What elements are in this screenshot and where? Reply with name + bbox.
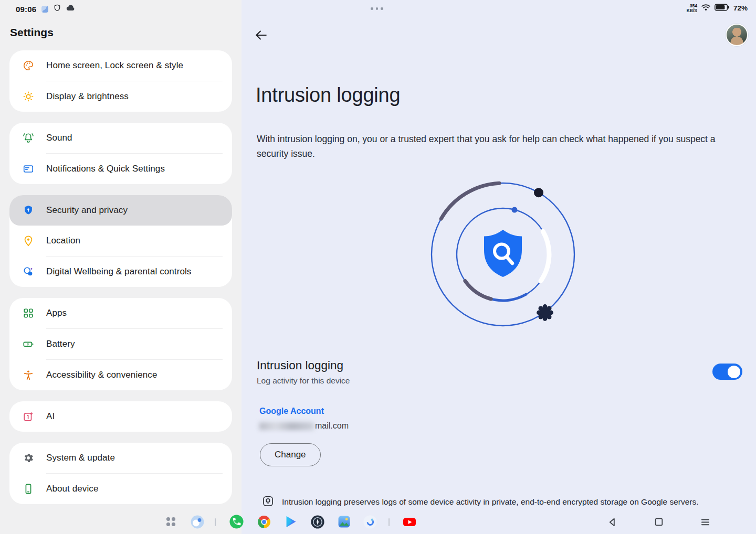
- accessibility-icon: [22, 369, 35, 381]
- sidebar-group-system: System & update About device: [9, 443, 232, 504]
- screen: 09:06 354 KB/S: [0, 0, 756, 534]
- shield-icon: [54, 4, 61, 14]
- account-avatar[interactable]: [726, 24, 748, 46]
- sidebar-item-security-privacy[interactable]: Security and privacy: [9, 195, 232, 226]
- sidebar-item-label: AI: [46, 411, 55, 422]
- sidebar-item-apps[interactable]: Apps: [9, 298, 232, 328]
- back-button[interactable]: [252, 26, 270, 44]
- youtube-icon[interactable]: [402, 515, 416, 529]
- sidebar-item-home-screen[interactable]: Home screen, Lock screen & style: [9, 50, 232, 81]
- sidebar-item-notifications[interactable]: Notifications & Quick Settings: [9, 154, 232, 184]
- play-store-icon[interactable]: [284, 515, 298, 529]
- app-drawer-icon[interactable]: [164, 515, 178, 529]
- sidebar-item-label: Battery: [46, 339, 75, 349]
- footer-note-text: Intrusion logging preserves logs of some…: [282, 495, 699, 507]
- compass-app-icon[interactable]: [310, 515, 324, 529]
- sidebar-group-sound: Sound Notifications & Quick Settings: [9, 123, 232, 184]
- sidebar-item-label: System & update: [46, 453, 115, 463]
- sidebar-group-apps: Apps Battery Accessibility & convenience: [9, 298, 232, 390]
- sidebar-item-label: Digital Wellbeing & parental controls: [46, 266, 191, 277]
- change-account-button[interactable]: Change: [260, 443, 321, 466]
- sidebar-item-accessibility[interactable]: Accessibility & convenience: [9, 360, 232, 390]
- ai-icon: [22, 410, 35, 423]
- email-visible-text: mail.com: [315, 421, 349, 431]
- encrypted-storage-icon: [262, 495, 274, 509]
- sidebar-item-label: Accessibility & convenience: [46, 370, 158, 380]
- sidebar-item-about-device[interactable]: About device: [9, 474, 232, 504]
- sidebar-item-location[interactable]: Location: [9, 226, 232, 256]
- toggle-title: Intrusion logging: [257, 359, 742, 372]
- sidebar-item-label: Apps: [46, 308, 67, 318]
- chrome-icon[interactable]: [257, 515, 271, 529]
- page-description: With intrusion logging on, you or a trus…: [257, 132, 719, 161]
- battery-percent: 72%: [733, 4, 748, 12]
- sidebar-item-label: Home screen, Lock screen & style: [46, 60, 183, 71]
- sidebar-group-personalization: Home screen, Lock screen & style Display…: [9, 50, 232, 112]
- page-title: Intrusion logging: [256, 84, 400, 106]
- status-bar: 09:06 354 KB/S: [0, 0, 756, 19]
- clock: 09:06: [16, 5, 36, 14]
- taskbar-divider: [388, 518, 390, 526]
- sidebar-item-system-update[interactable]: System & update: [9, 443, 232, 473]
- intrusion-logging-panel: Intrusion logging With intrusion logging…: [242, 0, 756, 534]
- sidebar-item-label: Security and privacy: [46, 205, 128, 216]
- sidebar-item-sound[interactable]: Sound: [9, 123, 232, 153]
- window-drag-handle[interactable]: [371, 7, 383, 10]
- sidebar-item-ai[interactable]: AI: [9, 401, 232, 432]
- sidebar-title: Settings: [10, 26, 54, 39]
- taskbar: [0, 510, 756, 534]
- toggle-subtitle: Log activity for this device: [257, 376, 742, 386]
- battery-icon: [22, 338, 35, 350]
- sidebar-item-label: About device: [46, 484, 99, 494]
- palette-icon: [22, 59, 35, 72]
- sidebar-group-ai: AI: [9, 401, 232, 432]
- google-account-link[interactable]: Google Account: [259, 407, 324, 416]
- sidebar-item-label: Notifications & Quick Settings: [46, 164, 165, 174]
- cloud-icon: [66, 4, 75, 14]
- sidebar-card-list: Home screen, Lock screen & style Display…: [9, 50, 232, 504]
- whatsapp-icon[interactable]: [229, 515, 244, 529]
- files-app-icon[interactable]: [190, 515, 204, 529]
- weather-app-icon[interactable]: [363, 515, 377, 529]
- intrusion-logging-switch[interactable]: [712, 364, 742, 380]
- battery-icon: [715, 4, 730, 13]
- apps-grid-icon: [22, 307, 35, 319]
- intrusion-logging-toggle-row: Intrusion logging Log activity for this …: [257, 359, 742, 390]
- settings-sidebar: Settings Home screen, Lock screen & styl…: [0, 0, 242, 534]
- taskbar-divider: [215, 518, 216, 526]
- sidebar-group-security: Security and privacy Location Digital We…: [9, 195, 232, 287]
- sidebar-item-battery[interactable]: Battery: [9, 329, 232, 359]
- sidebar-item-digital-wellbeing[interactable]: Digital Wellbeing & parental controls: [9, 257, 232, 287]
- location-pin-icon: [22, 234, 35, 247]
- phone-icon: [22, 483, 35, 495]
- wellbeing-icon: [22, 265, 35, 278]
- sidebar-item-label: Display & brightness: [46, 91, 129, 102]
- shield-search-orbit-illustration: [423, 174, 583, 337]
- nav-back-icon[interactable]: [606, 516, 618, 528]
- brightness-icon: [22, 90, 35, 103]
- account-email: mail.com: [259, 421, 349, 431]
- sidebar-item-display[interactable]: Display & brightness: [9, 81, 232, 112]
- photos-app-icon[interactable]: [337, 515, 351, 529]
- nav-recents-icon[interactable]: [653, 516, 665, 528]
- sidebar-item-label: Sound: [46, 133, 72, 143]
- security-shield-icon: [22, 204, 35, 217]
- gear-icon: [22, 452, 35, 464]
- sound-icon: [22, 132, 35, 144]
- wifi-icon: [701, 3, 711, 13]
- notifications-icon: [22, 163, 35, 175]
- footer-note: Intrusion logging preserves logs of some…: [262, 495, 719, 509]
- notification-app-icon: [41, 6, 48, 13]
- nav-menu-icon[interactable]: [699, 516, 711, 528]
- sidebar-item-label: Location: [46, 236, 80, 246]
- network-speed: 354 KB/S: [687, 4, 697, 13]
- redacted-email-blur: [259, 422, 314, 430]
